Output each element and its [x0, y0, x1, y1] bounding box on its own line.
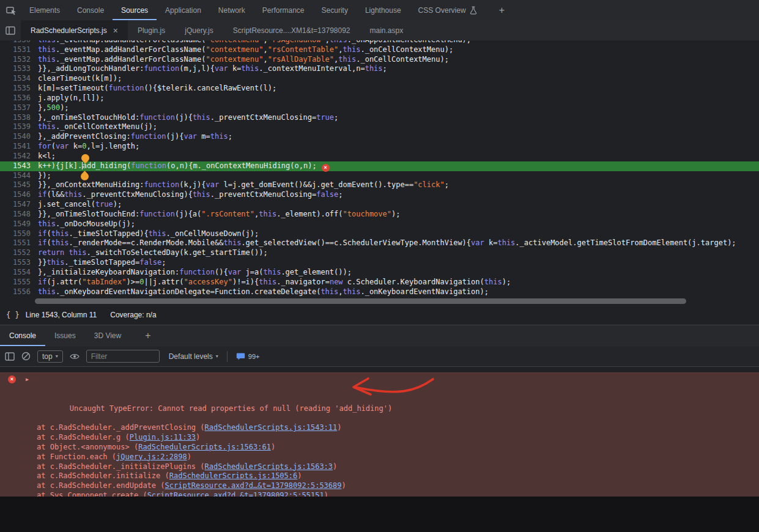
- pretty-print-button[interactable]: { }: [6, 311, 20, 319]
- code-text[interactable]: k++){j[k].add_hiding(function(o,n){m._on…: [38, 161, 330, 171]
- navigator-panel-toggle-icon[interactable]: [0, 20, 21, 40]
- drawer-tab-issues[interactable]: Issues: [45, 325, 85, 346]
- file-tab-jquery-js[interactable]: jQuery.js: [175, 20, 223, 40]
- file-tab-scriptresource-xm1-t-13798092[interactable]: ScriptResource....XM1&t=13798092: [223, 20, 360, 40]
- code-text[interactable]: },_initializeKeyboardNavigation:function…: [38, 268, 352, 278]
- code-text[interactable]: if(l&&this._preventCtxMenuClosing){this.…: [38, 190, 343, 200]
- code-text[interactable]: if(j.attr("tabIndex")>=0||j.attr("access…: [38, 278, 511, 287]
- filter-input[interactable]: [86, 350, 160, 363]
- stack-link[interactable]: Plugin.js:11:33: [130, 433, 196, 441]
- code-text[interactable]: }},_onContextMenuHiding:function(k,j){va…: [38, 180, 449, 190]
- expand-triangle-icon[interactable]: ▶: [26, 375, 29, 385]
- code-text[interactable]: },_onTimeSlotTouchHold:function(j){this.…: [38, 113, 338, 123]
- close-tab-icon[interactable]: ×: [113, 26, 118, 35]
- code-text[interactable]: return this._switchToSelectedDay(k.get_s…: [38, 248, 268, 258]
- code-text[interactable]: if(this._timeSlotTapped){this._onCellMou…: [38, 229, 259, 239]
- stack-link[interactable]: ScriptResource.axd?d…&t=13798092:5:55151: [147, 491, 324, 497]
- main-tab-lighthouse[interactable]: Lighthouse: [357, 0, 410, 20]
- live-expression-eye-icon[interactable]: [70, 353, 80, 360]
- main-tab-application[interactable]: Application: [157, 0, 210, 20]
- line-number[interactable]: 1549: [0, 220, 38, 229]
- line-number[interactable]: 1535: [0, 84, 38, 94]
- code-text[interactable]: this._onCellContextMenu(j);: [38, 122, 157, 132]
- code-text[interactable]: k[m]=setTimeout(function(){$telerik.canc…: [38, 84, 276, 94]
- code-text[interactable]: j.apply(n,[l]);: [38, 94, 104, 103]
- more-panels-button[interactable]: +: [499, 6, 505, 15]
- code-text[interactable]: }}this._timeSlotTapped=false;: [38, 258, 166, 268]
- drawer-tab-3d-view[interactable]: 3D View: [85, 325, 130, 346]
- line-number[interactable]: 1543: [0, 161, 38, 171]
- coverage-label: Coverage: n/a: [110, 311, 156, 319]
- stack-trace: at c.RadScheduler._addPreventClosing (Ra…: [0, 423, 759, 497]
- line-number[interactable]: 1542: [0, 152, 38, 161]
- code-text[interactable]: k<l;: [38, 152, 56, 161]
- code-text[interactable]: if(this._renderMode==c.RenderMode.Mobile…: [38, 238, 736, 248]
- console-messages: × ▶ Uncaught TypeError: Cannot read prop…: [0, 372, 759, 497]
- code-text[interactable]: this._eventMap.addHandlerForClassName("c…: [38, 55, 449, 65]
- stack-link[interactable]: RadSchedulerScripts.js:1505:6: [169, 471, 298, 480]
- stack-link[interactable]: RadSchedulerScripts.js:1563:3: [205, 462, 333, 471]
- javascript-context-selector[interactable]: top ▾: [37, 350, 63, 363]
- line-number[interactable]: 1530: [0, 40, 38, 45]
- line-number[interactable]: 1537: [0, 103, 38, 113]
- line-number[interactable]: 1554: [0, 268, 38, 278]
- main-tab-console[interactable]: Console: [68, 0, 113, 20]
- code-text[interactable]: });: [38, 171, 51, 181]
- line-number[interactable]: 1539: [0, 122, 38, 132]
- add-drawer-tab-button[interactable]: +: [145, 330, 150, 341]
- stack-link[interactable]: RadSchedulerScripts.js:1563:61: [138, 443, 271, 451]
- code-text[interactable]: this._eventMap.addHandlerForClassName("c…: [38, 40, 471, 45]
- stack-link[interactable]: RadSchedulerScripts.js:1543:11: [205, 423, 338, 432]
- line-number[interactable]: 1553: [0, 258, 38, 268]
- main-tab-css-overview[interactable]: CSS Overview: [410, 0, 486, 20]
- code-text[interactable]: this._onKeyboardEventNavigationDelegate=…: [38, 287, 489, 297]
- main-tab-network[interactable]: Network: [210, 0, 254, 20]
- scrollbar-thumb[interactable]: [35, 298, 686, 304]
- inspect-element-icon[interactable]: [6, 6, 17, 15]
- file-tab-radschedulerscripts-js[interactable]: RadSchedulerScripts.js×: [21, 20, 128, 40]
- code-text[interactable]: },500);: [38, 103, 69, 113]
- code-text[interactable]: },_addPreventClosing:function(j){var m=t…: [38, 132, 232, 142]
- log-levels-dropdown[interactable]: Default levels ▾: [169, 352, 218, 361]
- line-number[interactable]: 1550: [0, 229, 38, 239]
- line-number[interactable]: 1556: [0, 287, 38, 297]
- code-text[interactable]: this._eventMap.addHandlerForClassName("c…: [38, 45, 453, 55]
- line-number[interactable]: 1548: [0, 210, 38, 220]
- line-number[interactable]: 1547: [0, 200, 38, 210]
- line-number[interactable]: 1541: [0, 142, 38, 152]
- tab-label: Network: [218, 6, 245, 15]
- code-text[interactable]: this._onDocMouseUp(j);: [38, 220, 135, 229]
- issues-counter[interactable]: 99+: [236, 352, 260, 361]
- code-text[interactable]: }},_addLongTouchHandler:function(m,j,l){…: [38, 64, 387, 74]
- stack-link[interactable]: jQuery.js:2:2898: [116, 453, 187, 461]
- main-tab-security[interactable]: Security: [313, 0, 357, 20]
- line-number[interactable]: 1534: [0, 74, 38, 84]
- stack-prefix: at c.RadScheduler._initializePlugins (: [37, 462, 205, 471]
- line-number[interactable]: 1533: [0, 64, 38, 74]
- line-number[interactable]: 1532: [0, 55, 38, 65]
- file-tab-label: Plugin.js: [138, 26, 165, 35]
- line-number[interactable]: 1551: [0, 238, 38, 248]
- file-tab-main-aspx[interactable]: main.aspx: [360, 20, 413, 40]
- console-sidebar-toggle-icon[interactable]: [5, 352, 15, 361]
- main-tab-performance[interactable]: Performance: [254, 0, 313, 20]
- drawer-tab-console[interactable]: Console: [0, 325, 45, 346]
- code-text[interactable]: }},_onTimeSlotTouchEnd:function(j){a(".r…: [38, 210, 400, 220]
- line-number[interactable]: 1538: [0, 113, 38, 123]
- clear-console-icon[interactable]: [21, 352, 31, 361]
- code-text[interactable]: clearTimeout(k[m]);: [38, 74, 122, 84]
- line-number[interactable]: 1545: [0, 180, 38, 190]
- line-number[interactable]: 1544: [0, 171, 38, 181]
- line-number[interactable]: 1536: [0, 94, 38, 103]
- line-number[interactable]: 1552: [0, 248, 38, 258]
- stack-link[interactable]: ScriptResource.axd?d…&t=13798092:5:53689: [165, 481, 342, 490]
- line-number[interactable]: 1540: [0, 132, 38, 142]
- main-tab-sources[interactable]: Sources: [113, 0, 157, 20]
- file-tab-plugin-js[interactable]: Plugin.js: [128, 20, 175, 40]
- line-number[interactable]: 1555: [0, 278, 38, 287]
- line-number[interactable]: 1546: [0, 190, 38, 200]
- line-number[interactable]: 1531: [0, 45, 38, 55]
- code-text[interactable]: j.set_cancel(true);: [38, 200, 122, 210]
- code-text[interactable]: for(var k=0,l=j.length;: [38, 142, 139, 152]
- main-tab-elements[interactable]: Elements: [21, 0, 68, 20]
